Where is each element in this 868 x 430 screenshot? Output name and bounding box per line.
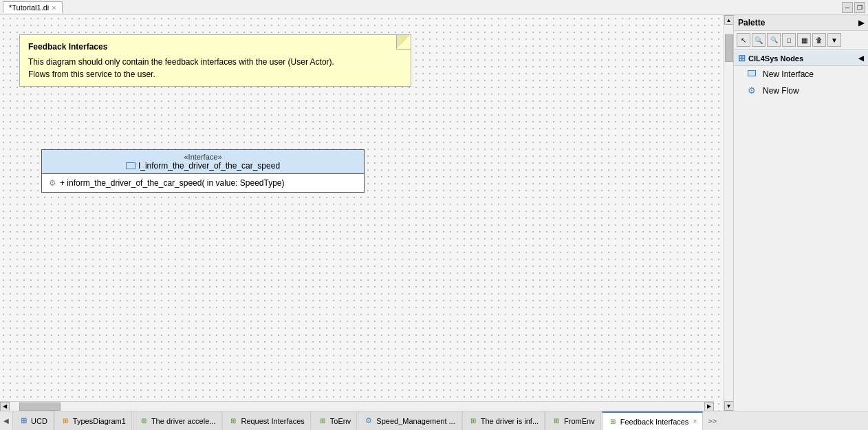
- title-bar: *Tutorial1.di × ─ ❐: [0, 0, 868, 15]
- horizontal-scrollbar[interactable]: ◀ ▶: [0, 401, 714, 411]
- tab-driver-inf-label: The driver is inf...: [481, 417, 539, 425]
- palette-section-header[interactable]: ⊞ CIL4Sys Nodes ◀: [734, 51, 868, 66]
- restore-button[interactable]: ❐: [854, 2, 865, 13]
- minimize-button[interactable]: ─: [842, 2, 853, 13]
- note-line-1: This diagram should only contain the fee…: [28, 56, 402, 68]
- tab-speed-label: Speed_Management ...: [376, 417, 455, 425]
- method-gear-icon: ⚙: [47, 178, 57, 188]
- palette-expand-icon[interactable]: ▶: [858, 19, 864, 28]
- section-label: CIL4Sys Nodes: [748, 54, 803, 63]
- palette-section-nodes: ⊞ CIL4Sys Nodes ◀ New Interface ⚙ New Fl…: [734, 50, 868, 100]
- note-title: Feedback Interfaces: [28, 41, 402, 53]
- tab-driver-accel-icon: ⊞: [139, 416, 149, 426]
- tab-overflow[interactable]: >>: [704, 417, 721, 425]
- new-flow-icon: ⚙: [748, 85, 759, 96]
- interface-stereotype: «Interface»: [45, 153, 361, 161]
- interface-name-label: I_inform_the_driver_of_the_car_speed: [138, 161, 280, 171]
- interface-name-icon: [126, 162, 135, 169]
- interface-name: I_inform_the_driver_of_the_car_speed: [45, 161, 361, 171]
- new-flow-label: New Flow: [763, 86, 799, 96]
- tab-request-interfaces[interactable]: ⊞ Request Interfaces: [222, 411, 310, 431]
- tab-request-icon: ⊞: [228, 416, 238, 426]
- interface-header: «Interface» I_inform_the_driver_of_the_c…: [42, 150, 364, 174]
- palette-toolbar: ↖ 🔍 🔍 □ ▦ 🗑 ▼: [734, 31, 868, 50]
- tab-toenv-label: ToEnv: [330, 417, 351, 425]
- section-collapse-icon: ◀: [858, 54, 864, 62]
- zoom-out-button[interactable]: 🔍: [767, 33, 781, 47]
- scroll-down-arrow[interactable]: ▼: [724, 401, 734, 411]
- interface-method: ⚙ + inform_the_driver_of_the_car_speed( …: [47, 177, 358, 189]
- palette-header: Palette ▶: [734, 15, 868, 31]
- interface-methods: ⚙ + inform_the_driver_of_the_car_speed( …: [42, 174, 364, 192]
- tab-ucd[interactable]: ⊞ UCD: [12, 411, 54, 431]
- new-interface-icon: [748, 69, 759, 80]
- vertical-scrollbar[interactable]: ▲ ▼: [724, 15, 733, 411]
- scroll-up-arrow[interactable]: ▲: [724, 15, 734, 25]
- scroll-h-thumb[interactable]: [19, 402, 61, 411]
- interface-box[interactable]: «Interface» I_inform_the_driver_of_the_c…: [41, 149, 365, 193]
- tab-request-label: Request Interfaces: [241, 417, 304, 425]
- note-line-2: Flows from this service to the user.: [28, 68, 402, 80]
- tab-fromenv-label: FromEnv: [564, 417, 595, 425]
- palette-item-new-interface[interactable]: New Interface: [734, 66, 868, 83]
- tab-fromenv[interactable]: ⊞ FromEnv: [545, 411, 601, 431]
- tab-toenv[interactable]: ⊞ ToEnv: [312, 411, 358, 431]
- tab-fromenv-icon: ⊞: [552, 416, 561, 426]
- tab-ucd-icon: ⊞: [19, 416, 28, 426]
- canvas-area[interactable]: Feedback Interfaces This diagram should …: [0, 15, 724, 411]
- palette-item-new-flow[interactable]: ⚙ New Flow: [734, 83, 868, 99]
- tab-toenv-icon: ⊞: [318, 416, 327, 426]
- palette-title: Palette: [738, 18, 765, 28]
- tab-feedback-interfaces[interactable]: ⊞ Feedback Interfaces ×: [602, 411, 704, 431]
- tab-scroll-left[interactable]: ◀: [0, 411, 12, 431]
- tab-driver-accel[interactable]: ⊞ The driver accele...: [133, 411, 222, 431]
- zoom-in-button[interactable]: 🔍: [752, 33, 766, 47]
- tab-types-icon: ⊞: [61, 416, 70, 426]
- note-box: Feedback Interfaces This diagram should …: [19, 34, 411, 87]
- fit-button[interactable]: □: [782, 33, 796, 47]
- tab-driver-inf[interactable]: ⊞ The driver is inf...: [462, 411, 545, 431]
- grid-button[interactable]: ▦: [797, 33, 811, 47]
- bottom-tabs: ◀ ⊞ UCD ⊞ TypesDiagram1 ⊞ The driver acc…: [0, 411, 868, 430]
- tab-driver-inf-icon: ⊞: [468, 416, 478, 426]
- tab-speed-icon: ⚙: [364, 416, 373, 426]
- scroll-v-thumb[interactable]: [725, 34, 733, 62]
- tab-feedback-label: Feedback Interfaces: [620, 418, 689, 426]
- tab-types-label: TypesDiagram1: [73, 417, 126, 425]
- tab-ucd-label: UCD: [31, 417, 47, 425]
- main-layout: Feedback Interfaces This diagram should …: [0, 15, 868, 411]
- window-controls: ─ ❐: [842, 2, 865, 13]
- close-icon[interactable]: ×: [52, 3, 56, 12]
- section-icon: ⊞: [738, 53, 746, 63]
- scroll-right-arrow[interactable]: ▶: [704, 402, 714, 411]
- tab-speed-management[interactable]: ⚙ Speed_Management ...: [358, 411, 461, 431]
- select-tool-button[interactable]: ↖: [737, 33, 750, 47]
- tab-feedback-icon: ⊞: [608, 417, 618, 427]
- tab-feedback-close[interactable]: ×: [693, 418, 697, 425]
- method-label: + inform_the_driver_of_the_car_speed( in…: [60, 178, 285, 188]
- new-interface-label: New Interface: [763, 69, 814, 79]
- editor-tab-label: *Tutorial1.di: [9, 3, 49, 12]
- delete-button[interactable]: 🗑: [812, 33, 826, 47]
- tab-driver-accel-label: The driver accele...: [151, 417, 216, 425]
- scroll-left-arrow[interactable]: ◀: [0, 402, 10, 411]
- palette-panel: Palette ▶ ↖ 🔍 🔍 □ ▦ 🗑 ▼ ⊞ CIL4Sys Nodes …: [733, 15, 868, 411]
- editor-tab[interactable]: *Tutorial1.di ×: [3, 1, 63, 13]
- more-tools-button[interactable]: ▼: [827, 33, 841, 47]
- tab-types-diagram[interactable]: ⊞ TypesDiagram1: [54, 411, 132, 431]
